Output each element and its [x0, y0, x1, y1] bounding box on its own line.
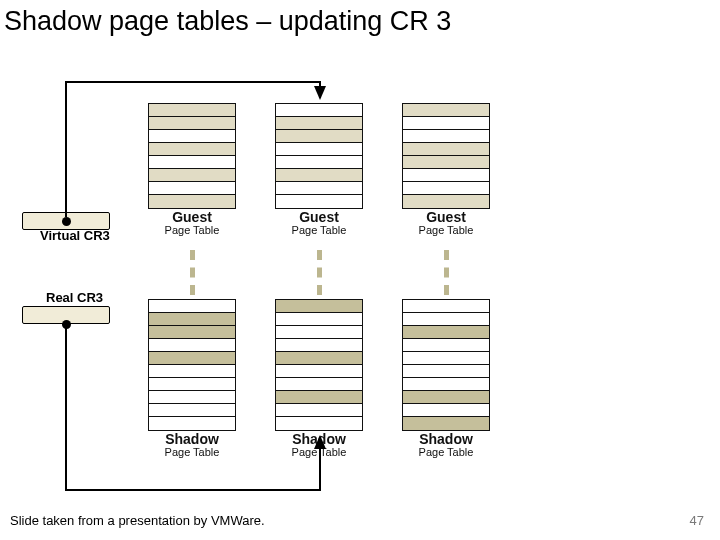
- table-row: [276, 117, 362, 130]
- table-row: [149, 417, 235, 430]
- table-row: [276, 352, 362, 365]
- guest-table-1-box: [148, 103, 236, 209]
- table-row: [276, 156, 362, 169]
- table-row: [276, 417, 362, 430]
- caption-sub: Page Table: [402, 225, 490, 237]
- table-row: [149, 391, 235, 404]
- table-row: [403, 143, 489, 156]
- dashed-link-3: [444, 250, 449, 295]
- footnote: Slide taken from a presentation by VMWar…: [10, 513, 265, 528]
- caption-sub: Page Table: [402, 447, 490, 459]
- real-cr3-label: Real CR3: [46, 290, 103, 305]
- guest-table-2: Guest Page Table: [275, 103, 363, 236]
- guest-caption-1: Guest Page Table: [148, 210, 236, 236]
- table-row: [403, 195, 489, 208]
- table-row: [149, 352, 235, 365]
- guest-table-2-box: [275, 103, 363, 209]
- shadow-caption-1: Shadow Page Table: [148, 432, 236, 458]
- table-row: [403, 156, 489, 169]
- table-row: [149, 378, 235, 391]
- table-row: [149, 156, 235, 169]
- guest-table-1: Guest Page Table: [148, 103, 236, 236]
- caption-sub: Page Table: [148, 225, 236, 237]
- table-row: [276, 182, 362, 195]
- caption-main: Guest: [172, 209, 212, 225]
- table-row: [403, 300, 489, 313]
- table-row: [276, 130, 362, 143]
- table-row: [276, 339, 362, 352]
- guest-caption-2: Guest Page Table: [275, 210, 363, 236]
- table-row: [403, 130, 489, 143]
- caption-main: Shadow: [419, 431, 473, 447]
- table-row: [149, 300, 235, 313]
- arrow-layer: [0, 0, 720, 540]
- guest-table-3: Guest Page Table: [402, 103, 490, 236]
- table-row: [149, 104, 235, 117]
- table-row: [403, 326, 489, 339]
- table-row: [149, 339, 235, 352]
- table-row: [403, 391, 489, 404]
- table-row: [276, 169, 362, 182]
- table-row: [403, 117, 489, 130]
- table-row: [149, 182, 235, 195]
- table-row: [403, 182, 489, 195]
- table-row: [276, 365, 362, 378]
- page-number: 47: [690, 513, 704, 528]
- table-row: [403, 352, 489, 365]
- caption-main: Shadow: [292, 431, 346, 447]
- table-row: [149, 130, 235, 143]
- shadow-table-3: Shadow Page Table: [402, 299, 490, 458]
- caption-sub: Page Table: [148, 447, 236, 459]
- table-row: [276, 143, 362, 156]
- caption-sub: Page Table: [275, 447, 363, 459]
- shadow-table-2-box: [275, 299, 363, 431]
- table-row: [276, 378, 362, 391]
- dashed-link-2: [317, 250, 322, 295]
- table-row: [403, 169, 489, 182]
- guest-table-3-box: [402, 103, 490, 209]
- table-row: [149, 404, 235, 417]
- table-row: [276, 404, 362, 417]
- shadow-table-1-box: [148, 299, 236, 431]
- dashed-link-1: [190, 250, 195, 295]
- table-row: [276, 104, 362, 117]
- table-row: [403, 404, 489, 417]
- virtual-cr3-dot: [62, 217, 71, 226]
- table-row: [403, 339, 489, 352]
- caption-sub: Page Table: [275, 225, 363, 237]
- caption-main: Guest: [426, 209, 466, 225]
- table-row: [276, 326, 362, 339]
- table-row: [276, 391, 362, 404]
- table-row: [403, 378, 489, 391]
- table-row: [149, 313, 235, 326]
- guest-caption-3: Guest Page Table: [402, 210, 490, 236]
- table-row: [149, 326, 235, 339]
- shadow-table-1: Shadow Page Table: [148, 299, 236, 458]
- table-row: [403, 417, 489, 430]
- table-row: [403, 365, 489, 378]
- shadow-table-3-box: [402, 299, 490, 431]
- table-row: [403, 104, 489, 117]
- caption-main: Guest: [299, 209, 339, 225]
- table-row: [149, 143, 235, 156]
- table-row: [276, 300, 362, 313]
- shadow-caption-3: Shadow Page Table: [402, 432, 490, 458]
- table-row: [149, 365, 235, 378]
- shadow-table-2: Shadow Page Table: [275, 299, 363, 458]
- table-row: [403, 313, 489, 326]
- table-row: [149, 117, 235, 130]
- virtual-cr3-label: Virtual CR3: [40, 228, 110, 243]
- table-row: [149, 195, 235, 208]
- table-row: [276, 195, 362, 208]
- caption-main: Shadow: [165, 431, 219, 447]
- slide-title: Shadow page tables – updating CR 3: [4, 6, 451, 37]
- real-cr3-dot: [62, 320, 71, 329]
- table-row: [276, 313, 362, 326]
- shadow-caption-2: Shadow Page Table: [275, 432, 363, 458]
- table-row: [149, 169, 235, 182]
